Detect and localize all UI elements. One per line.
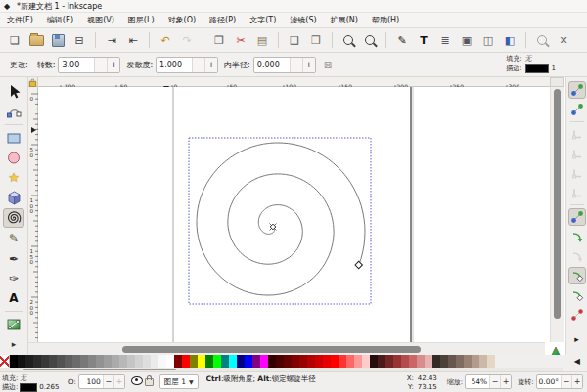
color-swatch[interactable] xyxy=(401,355,409,368)
snap-bbox-icon[interactable] xyxy=(568,101,586,118)
opacity-decrease-button[interactable]: − xyxy=(103,375,113,388)
color-swatch[interactable] xyxy=(440,355,448,368)
new-document-icon[interactable]: ❏ xyxy=(5,30,24,50)
color-swatch[interactable] xyxy=(315,355,323,368)
no-color-swatch[interactable] xyxy=(0,355,10,368)
color-swatch[interactable] xyxy=(18,355,25,368)
color-swatch[interactable] xyxy=(65,355,72,368)
color-swatch[interactable] xyxy=(245,355,252,368)
drawing-canvas[interactable] xyxy=(38,87,550,342)
layer-lock-icon[interactable] xyxy=(145,378,154,386)
color-swatch[interactable] xyxy=(143,355,151,368)
color-swatch[interactable] xyxy=(190,355,198,368)
color-swatch[interactable] xyxy=(158,355,166,368)
rotation-increase-button[interactable]: + xyxy=(571,375,582,388)
color-swatch[interactable] xyxy=(135,355,143,368)
snap-path-icon[interactable] xyxy=(568,228,586,245)
bezier-tool[interactable]: ✒ xyxy=(3,249,24,267)
xml-editor-icon[interactable]: ◧ xyxy=(500,30,519,50)
document-properties-icon[interactable]: ▣ xyxy=(457,30,476,50)
menu-item[interactable]: 视图(V) xyxy=(80,13,121,27)
horizontal-scrollbar[interactable] xyxy=(28,342,545,355)
toolbox-overflow[interactable]: ▸ xyxy=(3,336,24,354)
color-swatch[interactable] xyxy=(472,355,479,368)
text-dialog-icon[interactable]: T xyxy=(414,30,433,50)
save-icon[interactable] xyxy=(48,30,68,50)
reset-defaults-button[interactable]: ⊠ xyxy=(324,60,332,70)
text-tool[interactable]: A xyxy=(3,289,24,307)
color-swatch[interactable] xyxy=(49,355,57,368)
divergence-increase-button[interactable]: + xyxy=(204,58,217,72)
color-swatch[interactable] xyxy=(378,355,385,368)
spiral-outer-handle[interactable] xyxy=(355,261,362,268)
zoom-input[interactable]: 54% xyxy=(466,377,489,386)
turns-increase-button[interactable]: + xyxy=(107,58,119,72)
snap-bbox-edge-icon[interactable] xyxy=(568,125,586,143)
zoom-drawing-icon[interactable] xyxy=(339,30,358,50)
color-swatch[interactable] xyxy=(284,355,292,368)
open-document-icon[interactable] xyxy=(26,30,46,50)
color-swatch[interactable] xyxy=(432,355,440,368)
status-fill-value[interactable]: 无 xyxy=(20,374,26,383)
clone-icon[interactable]: ❒ xyxy=(306,30,326,50)
color-swatch[interactable] xyxy=(323,355,331,368)
layers-dialog-icon[interactable]: ≣ xyxy=(435,30,455,50)
color-swatch[interactable] xyxy=(166,355,174,368)
horizontal-ruler[interactable]: -100-50050100150200250300 xyxy=(38,77,550,87)
menu-item[interactable]: 对象(O) xyxy=(161,13,203,27)
snap-intersection-icon[interactable] xyxy=(568,247,586,265)
color-swatch[interactable] xyxy=(127,355,135,368)
inner-radius-decrease-button[interactable]: − xyxy=(290,58,302,72)
color-swatch[interactable] xyxy=(299,355,307,368)
color-swatch[interactable] xyxy=(198,355,205,368)
gradient-tool[interactable] xyxy=(3,316,24,333)
color-swatch[interactable] xyxy=(112,355,119,368)
fill-value[interactable]: 无 xyxy=(525,54,532,64)
menu-item[interactable]: 滤镜(S) xyxy=(283,13,323,27)
snap-midpoint-icon[interactable] xyxy=(568,306,586,324)
color-swatch[interactable] xyxy=(456,355,464,368)
color-swatch[interactable] xyxy=(292,355,299,368)
selector-tool[interactable] xyxy=(3,82,24,100)
snap-bbox-center-icon[interactable] xyxy=(568,184,586,201)
menu-item[interactable]: 文字(T) xyxy=(243,13,283,27)
menu-item[interactable]: 编辑(E) xyxy=(40,13,80,27)
color-swatch[interactable] xyxy=(33,355,41,368)
color-swatch[interactable] xyxy=(268,355,276,368)
zoom-increase-button[interactable]: + xyxy=(500,375,511,388)
zoom-decrease-button[interactable]: − xyxy=(489,375,500,388)
color-swatch[interactable] xyxy=(182,355,190,368)
color-swatch[interactable] xyxy=(393,355,401,368)
paste-icon[interactable]: ▤ xyxy=(252,30,272,50)
layer-selector[interactable]: 图层 1 ▼ xyxy=(159,374,199,389)
color-swatch[interactable] xyxy=(237,355,245,368)
color-management-icon[interactable] xyxy=(550,343,563,355)
opacity-input[interactable]: 100 xyxy=(79,377,103,386)
opacity-increase-button[interactable]: + xyxy=(113,375,124,388)
inner-radius-increase-button[interactable]: + xyxy=(302,58,315,72)
snap-cusp-node-icon[interactable] xyxy=(568,267,586,284)
ellipse-tool[interactable] xyxy=(3,149,24,166)
color-swatch[interactable] xyxy=(339,355,346,368)
redo-icon[interactable]: ↷ xyxy=(177,30,197,50)
color-swatch[interactable] xyxy=(354,355,362,368)
color-swatch[interactable] xyxy=(409,355,417,368)
stroke-color-swatch[interactable] xyxy=(525,64,549,73)
snap-bbox-corner-icon[interactable] xyxy=(568,145,586,162)
menu-item[interactable]: 路径(P) xyxy=(203,13,243,27)
color-swatch[interactable] xyxy=(213,355,221,368)
color-swatch[interactable] xyxy=(417,355,425,368)
snap-bbox-edge-midpoint-icon[interactable] xyxy=(568,164,586,182)
spiral-tool[interactable] xyxy=(3,208,24,228)
menu-item[interactable]: 帮助(H) xyxy=(365,13,406,27)
color-swatch[interactable] xyxy=(229,355,237,368)
color-swatch[interactable] xyxy=(252,355,260,368)
layer-visibility-icon[interactable] xyxy=(131,376,143,385)
color-swatch[interactable] xyxy=(425,355,432,368)
color-swatch[interactable] xyxy=(96,355,104,368)
color-swatch[interactable] xyxy=(205,355,213,368)
color-swatch[interactable] xyxy=(151,355,158,368)
rotation-input[interactable]: 0.00° xyxy=(537,377,561,386)
align-dialog-icon[interactable]: ◫ xyxy=(478,30,498,50)
color-swatch[interactable] xyxy=(487,355,495,368)
